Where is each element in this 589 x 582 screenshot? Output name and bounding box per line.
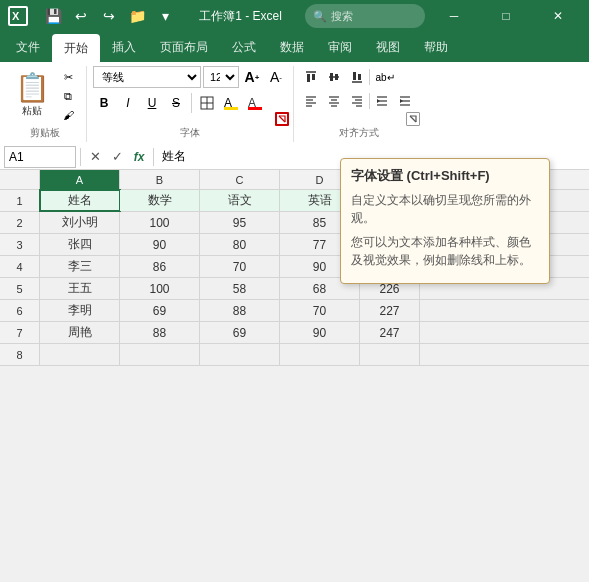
col-header-a[interactable]: A — [40, 170, 120, 189]
increase-indent-button[interactable] — [394, 90, 416, 112]
tab-help[interactable]: 帮助 — [412, 32, 460, 62]
cell-c7[interactable]: 69 — [200, 322, 280, 343]
cell-b8[interactable] — [120, 344, 200, 365]
cell-e6[interactable]: 227 — [360, 300, 420, 321]
cell-a1[interactable]: 姓名 — [40, 190, 120, 211]
cell-e8[interactable] — [360, 344, 420, 365]
row-header-8[interactable]: 8 — [0, 344, 40, 365]
top-align-button[interactable] — [300, 66, 322, 88]
cell-b7[interactable]: 88 — [120, 322, 200, 343]
confirm-formula-button[interactable]: ✓ — [107, 147, 127, 167]
paste-button[interactable]: 📋 粘贴 — [10, 69, 54, 123]
cell-c4[interactable]: 70 — [200, 256, 280, 277]
decrease-indent-button[interactable] — [371, 90, 393, 112]
cell-a3[interactable]: 张四 — [40, 234, 120, 255]
quick-access-dropdown[interactable]: ▾ — [154, 5, 176, 27]
tab-formula[interactable]: 公式 — [220, 32, 268, 62]
cell-b3[interactable]: 90 — [120, 234, 200, 255]
cell-c6[interactable]: 88 — [200, 300, 280, 321]
cell-b1[interactable]: 数学 — [120, 190, 200, 211]
cell-d7[interactable]: 90 — [280, 322, 360, 343]
formula-bar-divider — [80, 148, 81, 166]
minimize-button[interactable]: ─ — [431, 0, 477, 32]
font-color-button[interactable]: A — [244, 92, 266, 114]
quick-access-toolbar: 💾 ↩ ↪ 📁 ▾ — [42, 5, 176, 27]
cell-a5[interactable]: 王五 — [40, 278, 120, 299]
tab-data[interactable]: 数据 — [268, 32, 316, 62]
font-dialog-button[interactable] — [275, 112, 289, 126]
maximize-button[interactable]: □ — [483, 0, 529, 32]
cell-b4[interactable]: 86 — [120, 256, 200, 277]
cell-a7[interactable]: 周艳 — [40, 322, 120, 343]
font-size-select[interactable]: 12 — [203, 66, 239, 88]
row-header-2[interactable]: 2 — [0, 212, 40, 233]
row-header-3[interactable]: 3 — [0, 234, 40, 255]
col-header-c[interactable]: C — [200, 170, 280, 189]
header-spacer — [0, 170, 40, 189]
row-header-7[interactable]: 7 — [0, 322, 40, 343]
fill-color-button[interactable]: A — [220, 92, 242, 114]
cell-a2[interactable]: 刘小明 — [40, 212, 120, 233]
alignment-dialog-button[interactable] — [406, 112, 420, 126]
cell-d6[interactable]: 70 — [280, 300, 360, 321]
center-align-button[interactable] — [323, 90, 345, 112]
format-painter-button[interactable]: 🖌 — [56, 106, 80, 124]
name-box[interactable] — [4, 146, 76, 168]
cut-button[interactable]: ✂ — [56, 68, 80, 86]
border-button[interactable] — [196, 92, 218, 114]
tab-review[interactable]: 审阅 — [316, 32, 364, 62]
cell-b2[interactable]: 100 — [120, 212, 200, 233]
row-header-5[interactable]: 5 — [0, 278, 40, 299]
tab-file[interactable]: 文件 — [4, 32, 52, 62]
right-align-button[interactable] — [346, 90, 368, 112]
tab-insert[interactable]: 插入 — [100, 32, 148, 62]
window-title: 工作簿1 - Excel — [176, 8, 305, 25]
svg-marker-30 — [377, 99, 380, 103]
increase-font-button[interactable]: A+ — [241, 66, 263, 88]
copy-button[interactable]: ⧉ — [56, 87, 80, 105]
divider — [369, 93, 370, 109]
bold-button[interactable]: B — [93, 92, 115, 114]
cell-e7[interactable]: 247 — [360, 322, 420, 343]
table-row: 6 李明 69 88 70 227 — [0, 300, 589, 322]
save-button[interactable]: 💾 — [42, 5, 64, 27]
cell-c3[interactable]: 80 — [200, 234, 280, 255]
cell-c5[interactable]: 58 — [200, 278, 280, 299]
row-header-1[interactable]: 1 — [0, 190, 40, 211]
cell-a6[interactable]: 李明 — [40, 300, 120, 321]
underline-button[interactable]: U — [141, 92, 163, 114]
row-header-6[interactable]: 6 — [0, 300, 40, 321]
wrap-text-button[interactable]: ab↵ — [371, 66, 399, 88]
cell-c1[interactable]: 语文 — [200, 190, 280, 211]
cell-b5[interactable]: 100 — [120, 278, 200, 299]
left-align-button[interactable] — [300, 90, 322, 112]
open-file-button[interactable]: 📁 — [126, 5, 148, 27]
tooltip-title: 字体设置 (Ctrl+Shift+F) — [351, 167, 539, 185]
font-name-select[interactable]: 等线 — [93, 66, 201, 88]
row-header-4[interactable]: 4 — [0, 256, 40, 277]
insert-function-button[interactable]: fx — [129, 147, 149, 167]
svg-rect-11 — [335, 74, 338, 80]
decrease-font-button[interactable]: A- — [265, 66, 287, 88]
close-button[interactable]: ✕ — [535, 0, 581, 32]
tab-view[interactable]: 视图 — [364, 32, 412, 62]
cell-d8[interactable] — [280, 344, 360, 365]
cell-a8[interactable] — [40, 344, 120, 365]
cell-c2[interactable]: 95 — [200, 212, 280, 233]
undo-button[interactable]: ↩ — [70, 5, 92, 27]
bottom-align-button[interactable] — [346, 66, 368, 88]
cell-c8[interactable] — [200, 344, 280, 365]
cancel-formula-button[interactable]: ✕ — [85, 147, 105, 167]
strikethrough-button[interactable]: S — [165, 92, 187, 114]
redo-button[interactable]: ↪ — [98, 5, 120, 27]
cell-b6[interactable]: 69 — [120, 300, 200, 321]
cell-a4[interactable]: 李三 — [40, 256, 120, 277]
col-header-b[interactable]: B — [120, 170, 200, 189]
clipboard-group: 📋 粘贴 ✂ ⧉ 🖌 剪贴板 — [4, 66, 87, 142]
tab-home[interactable]: 开始 — [52, 34, 100, 62]
tab-pagelayout[interactable]: 页面布局 — [148, 32, 220, 62]
middle-align-button[interactable] — [323, 66, 345, 88]
font-row2: B I U S A — [93, 92, 287, 114]
italic-button[interactable]: I — [117, 92, 139, 114]
search-box[interactable]: 🔍 搜索 — [305, 4, 425, 28]
